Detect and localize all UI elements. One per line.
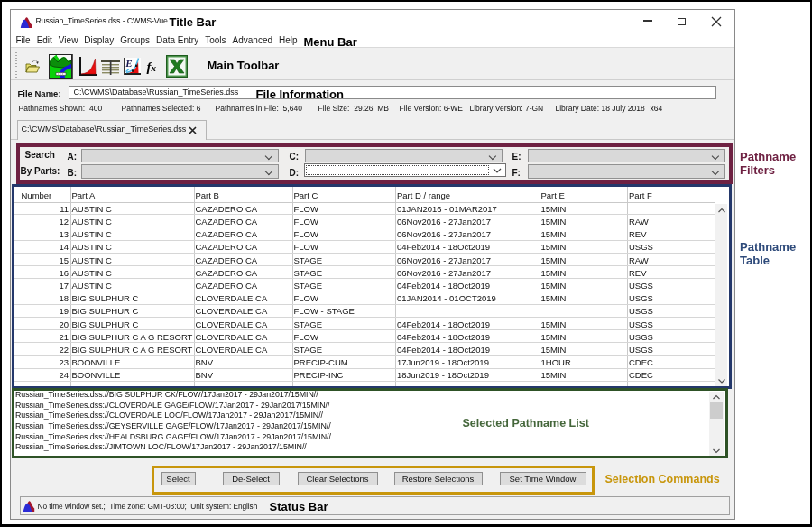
svg-text:E: E bbox=[125, 58, 132, 69]
